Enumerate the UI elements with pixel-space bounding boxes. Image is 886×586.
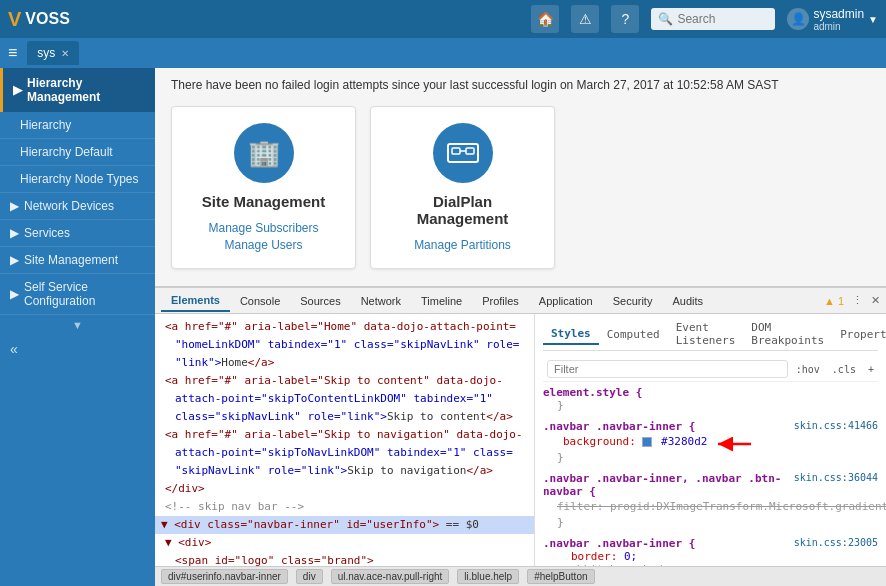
warning-button[interactable]: ⚠ — [571, 5, 599, 33]
tab-label: sys — [37, 46, 55, 60]
tab-properties[interactable]: Properties — [832, 325, 886, 344]
status-item-2[interactable]: ul.nav.ace-nav.pull-right — [331, 569, 450, 584]
devtools-tab-elements[interactable]: Elements — [161, 290, 230, 312]
sidebar-item-hierarchy[interactable]: Hierarchy — [0, 112, 155, 139]
devtools-close-icon[interactable]: ✕ — [871, 294, 880, 307]
html-line: "skipNavLink" role="link">Skip to naviga… — [155, 462, 534, 480]
styles-tabs: Styles Computed Event Listeners DOM Brea… — [543, 318, 878, 351]
user-name: sysadmin — [813, 7, 864, 21]
site-management-icon: 🏢 — [234, 123, 294, 183]
html-line: "link">Home</a> — [155, 354, 534, 372]
status-item-0[interactable]: div#userinfo.navbar-inner — [161, 569, 288, 584]
html-line: class="skipNavLink" role="link">Skip to … — [155, 408, 534, 426]
main-layout: ▶ Hierarchy Management Hierarchy Hierarc… — [0, 68, 886, 586]
tab-dom-breakpoints[interactable]: DOM Breakpoints — [743, 318, 832, 350]
user-role: admin — [813, 21, 864, 32]
sidebar-section-site-management[interactable]: ▶ Site Management — [0, 247, 155, 274]
user-avatar: 👤 — [787, 8, 809, 30]
chevron-icon: ▶ — [10, 226, 19, 240]
style-props-group: border: 0; -webkit-box-shadow: none; -mo… — [543, 550, 878, 566]
style-rule-navbar-inner-1: .navbar .navbar-inner { skin.css:41466 b… — [543, 420, 878, 464]
tab-event-listeners[interactable]: Event Listeners — [668, 318, 744, 350]
devtools-tab-right: ▲ 1 ⋮ ✕ — [824, 294, 880, 307]
devtools-tab-security[interactable]: Security — [603, 291, 663, 311]
devtools-warning-count: ▲ 1 — [824, 295, 844, 307]
layout-button[interactable]: ≡ — [8, 44, 17, 62]
devtools-tab-application[interactable]: Application — [529, 291, 603, 311]
html-line: <a href="#" aria-label="Skip to content"… — [155, 372, 534, 390]
style-selector: .navbar .navbar-inner { — [543, 537, 695, 550]
tab-computed[interactable]: Computed — [599, 325, 668, 344]
devtools-tab-network[interactable]: Network — [351, 291, 411, 311]
search-icon: 🔍 — [658, 12, 673, 26]
voss-text: VOSS — [25, 10, 69, 28]
devtools-tab-console[interactable]: Console — [230, 291, 290, 311]
sidebar-section-network-devices[interactable]: ▶ Network Devices — [0, 193, 155, 220]
html-line: <!-- skip nav bar --> — [155, 498, 534, 516]
nav-right: 🏠 ⚠ ? 🔍 👤 sysadmin admin ▼ — [531, 5, 878, 33]
html-line-selected[interactable]: ▼ <div class="navbar-inner" id="userInfo… — [155, 516, 534, 534]
devtools-tab-timeline[interactable]: Timeline — [411, 291, 472, 311]
user-chevron-icon: ▼ — [868, 14, 878, 25]
content-area: There have been no failed login attempts… — [155, 68, 886, 586]
site-management-card: 🏢 Site Management Manage Subscribers Man… — [171, 106, 356, 269]
style-rule-navbar-inner-btn: .navbar .navbar-inner, .navbar .btn-navb… — [543, 472, 878, 529]
login-notice: There have been no failed login attempts… — [171, 78, 870, 92]
dialplan-icon — [433, 123, 493, 183]
style-file-link[interactable]: skin.css:23005 — [794, 537, 878, 550]
color-swatch[interactable] — [642, 437, 652, 447]
styles-panel[interactable]: Styles Computed Event Listeners DOM Brea… — [535, 314, 886, 566]
manage-subscribers-link[interactable]: Manage Subscribers — [208, 221, 318, 235]
help-button[interactable]: ? — [611, 5, 639, 33]
top-content: There have been no failed login attempts… — [155, 68, 886, 286]
top-navigation: V VOSS 🏠 ⚠ ? 🔍 👤 sysadmin admin ▼ — [0, 0, 886, 38]
status-item-3[interactable]: li.blue.help — [457, 569, 519, 584]
user-menu[interactable]: 👤 sysadmin admin ▼ — [787, 7, 878, 32]
html-line: </div> — [155, 480, 534, 498]
style-file-link[interactable]: skin.css:41466 — [794, 420, 878, 433]
voss-logo: V VOSS — [8, 8, 70, 31]
devtools-tab-sources[interactable]: Sources — [290, 291, 350, 311]
devtools-tab-bar: Elements Console Sources Network Timelin… — [155, 288, 886, 314]
sidebar-section-hierarchy-management[interactable]: ▶ Hierarchy Management — [0, 68, 155, 112]
html-panel[interactable]: <a href="#" aria-label="Home" data-dojo-… — [155, 314, 535, 566]
status-item-4[interactable]: #helpButton — [527, 569, 594, 584]
manage-partitions-link[interactable]: Manage Partitions — [414, 238, 511, 252]
styles-filter-bar: :hov .cls + — [543, 357, 878, 382]
svg-rect-2 — [466, 148, 474, 154]
style-rule-navbar-inner-2: .navbar .navbar-inner { skin.css:23005 b… — [543, 537, 878, 566]
style-selector: .navbar .navbar-inner { — [543, 420, 695, 433]
html-line: "homeLinkDOM" tabindex="1" class="skipNa… — [155, 336, 534, 354]
sidebar-item-hierarchy-default[interactable]: Hierarchy Default — [0, 139, 155, 166]
style-rule-element: element.style { } — [543, 386, 878, 412]
devtools-tab-audits[interactable]: Audits — [662, 291, 713, 311]
nav-left: V VOSS — [8, 8, 70, 31]
sidebar: ▶ Hierarchy Management Hierarchy Hierarc… — [0, 68, 155, 586]
sidebar-item-hierarchy-node-types[interactable]: Hierarchy Node Types — [0, 166, 155, 193]
tab-bar: ≡ sys ✕ — [0, 38, 886, 68]
style-file-link[interactable]: skin.css:36044 — [794, 472, 878, 498]
tab-styles[interactable]: Styles — [543, 324, 599, 345]
pseudo-controls: :hov .cls + — [796, 364, 874, 375]
html-line: <span id="logo" class="brand"> — [155, 552, 534, 566]
sidebar-collapse-button[interactable]: « — [0, 335, 155, 363]
styles-filter-input[interactable] — [547, 360, 788, 378]
svg-rect-1 — [452, 148, 460, 154]
devtools-tab-profiles[interactable]: Profiles — [472, 291, 529, 311]
dialplan-management-card: DialPlan Management Manage Partitions — [370, 106, 555, 269]
manage-users-link[interactable]: Manage Users — [224, 238, 302, 252]
sidebar-section-services[interactable]: ▶ Services — [0, 220, 155, 247]
status-bar: div#userinfo.navbar-inner div ul.nav.ace… — [155, 566, 886, 586]
style-selector: element.style { — [543, 386, 642, 399]
devtools-body: <a href="#" aria-label="Home" data-dojo-… — [155, 314, 886, 566]
chevron-icon: ▶ — [10, 199, 19, 213]
html-line: ▼ <div> — [155, 534, 534, 552]
status-item-1[interactable]: div — [296, 569, 323, 584]
devtools-overflow-icon[interactable]: ⋮ — [852, 294, 863, 307]
tab-sys[interactable]: sys ✕ — [27, 41, 79, 65]
sidebar-section-self-service[interactable]: ▶ Self Service Configuration — [0, 274, 155, 315]
home-button[interactable]: 🏠 — [531, 5, 559, 33]
tab-close-icon[interactable]: ✕ — [61, 48, 69, 59]
search-wrapper: 🔍 — [651, 8, 775, 30]
user-details: sysadmin admin — [813, 7, 864, 32]
